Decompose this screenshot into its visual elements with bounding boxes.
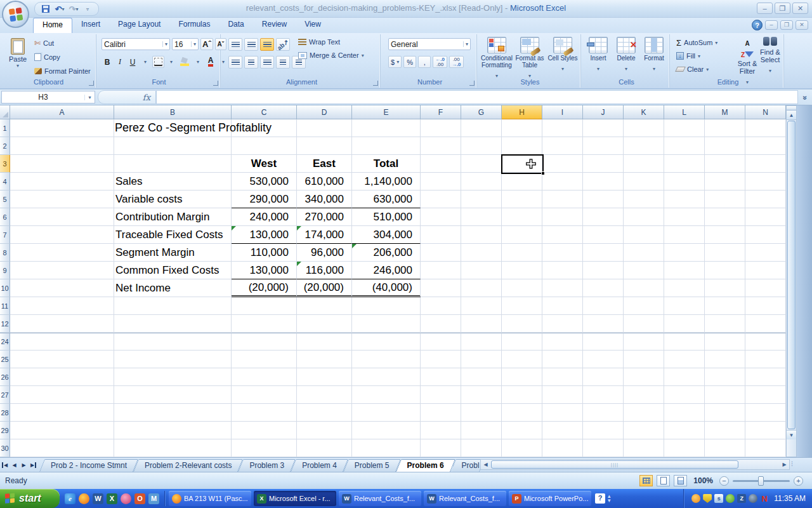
cell-E8[interactable]: 206,000 (352, 244, 421, 262)
cell-H26[interactable] (502, 368, 542, 386)
close-button[interactable]: ✕ (792, 3, 808, 14)
zoom-out-button[interactable]: − (719, 476, 729, 486)
cell-A11[interactable] (10, 297, 114, 315)
cell-E5[interactable]: 630,000 (352, 190, 421, 208)
cell-M1[interactable] (705, 119, 745, 137)
key-icon[interactable] (121, 493, 131, 504)
number-dialog-launcher[interactable] (469, 81, 475, 86)
shield-icon[interactable] (703, 494, 712, 503)
cell-D9[interactable]: 116,000 (297, 262, 352, 279)
cell-K2[interactable] (624, 137, 664, 155)
cell-B3[interactable] (114, 155, 232, 173)
cell-D25[interactable] (297, 351, 352, 368)
sheet-tab-problem-6[interactable]: Problem 6 (398, 459, 453, 472)
cell-I29[interactable] (542, 422, 583, 439)
cell-K29[interactable] (624, 422, 664, 439)
cell-A6[interactable] (10, 208, 114, 226)
align-center-button[interactable] (244, 56, 258, 69)
cell-B4[interactable]: Sales (114, 173, 232, 190)
align-right-button[interactable] (260, 56, 274, 69)
cell-B27[interactable] (114, 386, 232, 404)
font-name-combo[interactable]: Calibri▾ (102, 38, 170, 50)
cell-J10[interactable] (583, 279, 624, 297)
cell-B11[interactable] (114, 297, 232, 315)
cell-F27[interactable] (421, 386, 461, 404)
zoom-in-button[interactable]: + (794, 476, 803, 486)
cell-E6[interactable]: 510,000 (352, 208, 421, 226)
expand-formula-bar-button[interactable]: » (798, 90, 812, 104)
cell-K8[interactable] (624, 244, 664, 262)
cell-L3[interactable] (664, 155, 705, 173)
underline-button[interactable]: U (127, 56, 138, 68)
increase-decimal-button[interactable]: ←.0.00 (433, 56, 447, 68)
cut-button[interactable]: ✄Cut (34, 38, 91, 48)
cell-I1[interactable] (542, 119, 583, 137)
cell-E7[interactable]: 304,000 (352, 226, 421, 244)
cell-C26[interactable] (232, 368, 297, 386)
cell-H1[interactable] (502, 119, 542, 137)
cell-C25[interactable] (232, 351, 297, 368)
cell-J29[interactable] (583, 422, 624, 439)
cell-J3[interactable] (583, 155, 624, 173)
cell-M26[interactable] (705, 368, 745, 386)
cell-E3[interactable]: Total (352, 155, 421, 173)
workbook-minimize-button[interactable]: ‒ (765, 20, 778, 30)
cell-N12[interactable] (745, 315, 786, 333)
column-header-F[interactable]: F (421, 105, 461, 119)
cell-B9[interactable]: Common Fixed Costs (114, 262, 232, 279)
page-break-view-button[interactable] (674, 475, 687, 486)
cell-D11[interactable] (297, 297, 352, 315)
cell-L28[interactable] (664, 404, 705, 422)
cell-I26[interactable] (542, 368, 583, 386)
cell-A2[interactable] (10, 137, 114, 155)
vertical-scroll-thumb[interactable] (787, 121, 796, 429)
page-layout-view-button[interactable] (657, 475, 670, 486)
previous-sheet-button[interactable]: ◀ (10, 460, 19, 471)
cell-J5[interactable] (583, 190, 624, 208)
cell-C30[interactable] (232, 439, 297, 457)
row-header-25[interactable]: 25 (0, 351, 10, 368)
currency-format-button[interactable]: $ ▾ (388, 56, 402, 68)
cell-I28[interactable] (542, 404, 583, 422)
cell-M4[interactable] (705, 173, 745, 190)
ie-icon[interactable]: e (65, 493, 75, 504)
cell-D10[interactable]: (20,000) (297, 279, 352, 297)
row-header-5[interactable]: 5 (0, 190, 10, 208)
cell-A26[interactable] (10, 368, 114, 386)
globe-icon[interactable] (749, 494, 757, 503)
tab-split-handle[interactable]: ⋮ (789, 460, 796, 467)
cell-K27[interactable] (624, 386, 664, 404)
column-header-A[interactable]: A (10, 105, 114, 119)
ribbon-tab-formulas[interactable]: Formulas (169, 18, 219, 33)
cell-I27[interactable] (542, 386, 583, 404)
green-status-icon[interactable] (726, 494, 735, 503)
cell-G3[interactable] (461, 155, 502, 173)
cell-M28[interactable] (705, 404, 745, 422)
cell-N7[interactable] (745, 226, 786, 244)
cell-D29[interactable] (297, 422, 352, 439)
messenger-icon[interactable] (691, 494, 700, 503)
scroll-up-button[interactable]: ▲ (787, 110, 796, 120)
formula-input[interactable] (156, 90, 798, 104)
cell-K26[interactable] (624, 368, 664, 386)
cell-F11[interactable] (421, 297, 461, 315)
row-header-2[interactable]: 2 (0, 137, 10, 155)
cell-G28[interactable] (461, 404, 502, 422)
cell-A24[interactable] (10, 333, 114, 351)
cell-D8[interactable]: 96,000 (297, 244, 352, 262)
cell-I9[interactable] (542, 262, 583, 279)
cell-L1[interactable] (664, 119, 705, 137)
cell-K5[interactable] (624, 190, 664, 208)
cell-J11[interactable] (583, 297, 624, 315)
cell-C2[interactable] (232, 137, 297, 155)
last-sheet-button[interactable]: ▶ (29, 460, 38, 471)
row-header-8[interactable]: 8 (0, 244, 10, 262)
cell-N4[interactable] (745, 173, 786, 190)
ribbon-tab-review[interactable]: Review (253, 18, 296, 33)
underline-dropdown[interactable]: ▾ (140, 56, 151, 68)
cell-L30[interactable] (664, 439, 705, 457)
cell-K28[interactable] (624, 404, 664, 422)
conditional-formatting-button[interactable]: Conditional Formatting▾ (481, 37, 513, 80)
cell-M12[interactable] (705, 315, 745, 333)
z-app-icon[interactable]: Z (737, 494, 746, 503)
